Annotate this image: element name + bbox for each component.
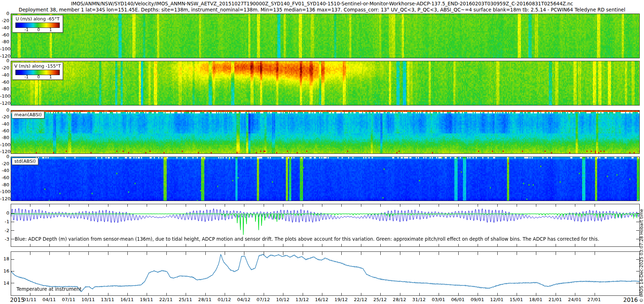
y-tick-mark [11, 213, 14, 214]
x-tick-mark [322, 252, 322, 255]
u-colorbar-tick: 1 [49, 27, 52, 32]
x-tick-mark [536, 252, 536, 255]
x-tick-mark [303, 244, 303, 246]
x-tick-mark [536, 204, 536, 207]
x-tick-mark [380, 293, 381, 295]
x-tick-mark [205, 204, 206, 207]
y-tick-label-depth: -60 [0, 175, 9, 180]
figure-title-deployment-info: Deployment 38, member 1 lat=34S lon=151.… [0, 7, 644, 13]
x-tick-mark [341, 204, 342, 207]
y-tick-mark [11, 259, 14, 260]
x-tick-mark [283, 244, 283, 246]
x-tick-label: 13/12 [296, 297, 309, 302]
u-colorbar-tick: -1 [24, 27, 28, 32]
x-tick-label: 18/01 [529, 297, 542, 302]
x-tick-label: 12/01 [490, 297, 503, 302]
x-tick-label: 22/11 [159, 297, 172, 302]
x-tick-mark [166, 293, 167, 295]
x-tick-mark [536, 244, 536, 246]
panel-v-velocity: V (m/s) along -155°T -1 0 1 [11, 61, 640, 106]
x-tick-label: 01/11 [23, 297, 36, 302]
v-colorbar-tick: 0 [37, 74, 40, 79]
x-tick-mark [575, 252, 575, 255]
x-tick-mark [30, 204, 30, 207]
u-legend-title: U (m/s) along -65°T [13, 15, 63, 21]
x-tick-mark [497, 252, 498, 255]
x-tick-mark [419, 244, 420, 246]
y-tick-mark [11, 230, 14, 231]
x-tick-mark [517, 252, 517, 255]
y-tick-label-depth: -80 [0, 86, 9, 92]
x-tick-mark [49, 244, 50, 246]
y-tick-label-depth: -80 [0, 39, 9, 44]
y-tick-label-depth-line: 0 [0, 210, 9, 216]
x-tick-mark [127, 252, 128, 255]
x-tick-mark [69, 293, 69, 295]
x-tick-mark [478, 293, 478, 295]
x-tick-mark [108, 252, 108, 255]
x-tick-mark [147, 252, 147, 255]
x-tick-mark [380, 204, 381, 207]
y-tick-mark [636, 222, 639, 222]
x-tick-mark [380, 244, 381, 246]
x-tick-mark [244, 204, 244, 207]
x-tick-mark [244, 252, 244, 255]
x-tick-mark [264, 293, 264, 295]
x-tick-mark [127, 204, 128, 207]
x-tick-mark [303, 204, 303, 207]
x-tick-mark [458, 293, 459, 295]
y-tick-label-depth: -20 [0, 65, 9, 70]
x-tick-mark [536, 293, 536, 295]
adcp-figure: IMOS/ANMN/NSW/SYD140/Velocity/IMOS_ANMN-… [0, 0, 644, 304]
y-tick-label-depth: 0 [0, 154, 9, 159]
mean-absi-label: mean(ABSI) [12, 111, 44, 118]
x-tick-label: 25/11 [179, 297, 192, 302]
x-tick-label: 28/12 [393, 297, 406, 302]
x-tick-label: 01/12 [218, 297, 231, 302]
y-tick-label-depth: -100 [0, 46, 9, 52]
y-tick-label-depth-line: -2 [0, 228, 9, 233]
y-tick-label-depth: -20 [0, 161, 9, 166]
x-tick-mark [439, 252, 439, 255]
x-tick-mark [147, 244, 147, 246]
x-tick-label: 27/01 [587, 297, 601, 302]
x-tick-label: 25/12 [373, 297, 386, 302]
x-tick-mark [225, 204, 225, 207]
y-tick-label-depth: -20 [0, 114, 9, 119]
x-tick-mark [244, 244, 244, 246]
x-tick-mark [127, 244, 128, 246]
x-tick-mark [166, 244, 167, 246]
x-tick-label: 21/01 [548, 297, 562, 302]
x-tick-mark [478, 244, 478, 246]
x-tick-mark [264, 204, 264, 207]
x-tick-mark [517, 204, 517, 207]
x-tick-mark [439, 244, 439, 246]
x-tick-mark [400, 252, 400, 255]
x-tick-mark [575, 293, 575, 295]
v-colorbar-legend: V (m/s) along -155°T -1 0 1 [12, 62, 63, 80]
y-tick-label-temperature: 16 [0, 268, 9, 274]
x-tick-mark [244, 293, 244, 295]
y-tick-label-depth: -40 [0, 25, 9, 30]
y-tick-label-depth-line: -1 [0, 219, 9, 224]
x-tick-mark [108, 293, 108, 295]
y-tick-label-depth: -100 [0, 142, 9, 147]
x-tick-mark [497, 204, 498, 207]
x-tick-mark [186, 204, 186, 207]
x-tick-label: 15/01 [509, 297, 523, 302]
x-tick-mark [341, 293, 342, 295]
x-tick-mark [322, 244, 322, 246]
x-tick-mark [127, 293, 128, 295]
x-tick-mark [166, 252, 167, 255]
x-tick-label: 07/11 [62, 297, 75, 302]
y-tick-label-depth: -100 [0, 93, 9, 99]
x-tick-mark [556, 244, 556, 246]
imos-watermark: © IMOS 14-Dec-2025 03:07:28 Hobart time [639, 209, 644, 303]
x-axis-year-start: 2015 [10, 296, 25, 303]
x-tick-mark [458, 252, 459, 255]
x-tick-mark [186, 252, 186, 255]
x-tick-mark [147, 204, 147, 207]
y-tick-label-depth: 0 [0, 11, 9, 16]
x-tick-mark [575, 204, 575, 207]
y-tick-label-depth: -60 [0, 128, 9, 133]
